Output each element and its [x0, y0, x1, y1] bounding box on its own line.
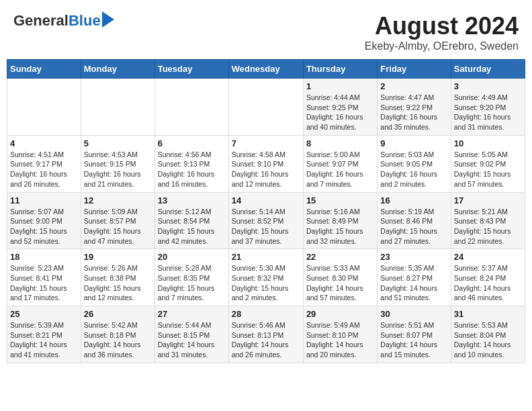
calendar-cell: 1Sunrise: 4:44 AM Sunset: 9:25 PM Daylig… [303, 79, 377, 136]
calendar-cell: 2Sunrise: 4:47 AM Sunset: 9:22 PM Daylig… [378, 79, 451, 136]
day-info: Sunrise: 5:28 AM Sunset: 8:35 PM Dayligh… [158, 263, 226, 303]
day-info: Sunrise: 4:49 AM Sunset: 9:20 PM Dayligh… [454, 93, 522, 132]
day-number: 6 [158, 138, 226, 148]
day-info: Sunrise: 5:21 AM Sunset: 8:43 PM Dayligh… [454, 207, 522, 246]
day-info: Sunrise: 5:19 AM Sunset: 8:46 PM Dayligh… [380, 207, 447, 246]
day-number: 4 [10, 138, 78, 148]
calendar-cell [81, 79, 154, 136]
weekday-header-saturday: Saturday [451, 60, 525, 79]
day-number: 13 [158, 195, 226, 205]
day-number: 26 [84, 309, 152, 319]
day-info: Sunrise: 5:30 AM Sunset: 8:32 PM Dayligh… [232, 263, 300, 303]
calendar-cell: 10Sunrise: 5:05 AM Sunset: 9:02 PM Dayli… [451, 135, 525, 192]
calendar-cell: 14Sunrise: 5:14 AM Sunset: 8:52 PM Dayli… [228, 192, 303, 249]
day-number: 2 [380, 81, 447, 91]
day-info: Sunrise: 5:14 AM Sunset: 8:52 PM Dayligh… [232, 207, 300, 246]
page-title: August 2024 [365, 12, 519, 40]
day-number: 8 [306, 138, 374, 148]
calendar-cell: 30Sunrise: 5:51 AM Sunset: 8:07 PM Dayli… [378, 306, 451, 363]
weekday-header-sunday: Sunday [7, 60, 81, 79]
logo-arrow-icon [102, 11, 114, 28]
day-info: Sunrise: 5:05 AM Sunset: 9:02 PM Dayligh… [454, 150, 522, 189]
logo: GeneralBlue [13, 12, 114, 30]
calendar-header-row: SundayMondayTuesdayWednesdayThursdayFrid… [7, 60, 525, 79]
day-number: 31 [454, 309, 522, 319]
calendar-cell: 15Sunrise: 5:16 AM Sunset: 8:49 PM Dayli… [303, 192, 377, 249]
calendar-cell: 21Sunrise: 5:30 AM Sunset: 8:32 PM Dayli… [228, 249, 303, 306]
day-number: 3 [454, 81, 522, 91]
calendar-cell: 24Sunrise: 5:37 AM Sunset: 8:24 PM Dayli… [451, 249, 525, 306]
calendar-cell: 19Sunrise: 5:26 AM Sunset: 8:38 PM Dayli… [81, 249, 154, 306]
day-number: 27 [158, 309, 226, 319]
day-info: Sunrise: 5:12 AM Sunset: 8:54 PM Dayligh… [158, 207, 226, 246]
weekday-header-thursday: Thursday [303, 60, 377, 79]
day-number: 22 [306, 252, 374, 262]
calendar-cell: 20Sunrise: 5:28 AM Sunset: 8:35 PM Dayli… [154, 249, 228, 306]
day-number: 12 [84, 195, 152, 205]
day-info: Sunrise: 5:16 AM Sunset: 8:49 PM Dayligh… [306, 207, 374, 246]
day-number: 1 [306, 81, 374, 91]
day-info: Sunrise: 4:47 AM Sunset: 9:22 PM Dayligh… [380, 93, 447, 132]
day-number: 14 [232, 195, 300, 205]
calendar-cell: 29Sunrise: 5:49 AM Sunset: 8:10 PM Dayli… [303, 306, 377, 363]
day-number: 23 [380, 252, 447, 262]
day-number: 24 [454, 252, 522, 262]
calendar-week-row: 4Sunrise: 4:51 AM Sunset: 9:17 PM Daylig… [7, 135, 525, 192]
day-number: 18 [10, 252, 78, 262]
day-number: 11 [10, 195, 78, 205]
title-block: August 2024 Ekeby-Almby, OErebro, Sweden [365, 12, 519, 52]
day-number: 7 [232, 138, 300, 148]
day-info: Sunrise: 5:51 AM Sunset: 8:07 PM Dayligh… [380, 320, 447, 360]
day-info: Sunrise: 5:46 AM Sunset: 8:13 PM Dayligh… [232, 320, 300, 360]
day-info: Sunrise: 5:42 AM Sunset: 8:18 PM Dayligh… [84, 320, 152, 360]
calendar-cell: 11Sunrise: 5:07 AM Sunset: 9:00 PM Dayli… [7, 192, 81, 249]
calendar-cell: 13Sunrise: 5:12 AM Sunset: 8:54 PM Dayli… [154, 192, 228, 249]
calendar-cell: 22Sunrise: 5:33 AM Sunset: 8:30 PM Dayli… [303, 249, 377, 306]
calendar-cell: 7Sunrise: 4:58 AM Sunset: 9:10 PM Daylig… [228, 135, 303, 192]
day-number: 15 [306, 195, 374, 205]
day-number: 9 [380, 138, 447, 148]
day-number: 28 [232, 309, 300, 319]
weekday-header-friday: Friday [378, 60, 451, 79]
weekday-header-monday: Monday [81, 60, 154, 79]
day-info: Sunrise: 5:03 AM Sunset: 9:05 PM Dayligh… [380, 150, 447, 189]
calendar-week-row: 1Sunrise: 4:44 AM Sunset: 9:25 PM Daylig… [7, 79, 525, 136]
day-info: Sunrise: 5:07 AM Sunset: 9:00 PM Dayligh… [10, 207, 78, 246]
day-number: 10 [454, 138, 522, 148]
day-number: 17 [454, 195, 522, 205]
calendar-week-row: 18Sunrise: 5:23 AM Sunset: 8:41 PM Dayli… [7, 249, 525, 306]
day-info: Sunrise: 4:51 AM Sunset: 9:17 PM Dayligh… [10, 150, 78, 189]
day-info: Sunrise: 5:37 AM Sunset: 8:24 PM Dayligh… [454, 263, 522, 303]
day-info: Sunrise: 5:35 AM Sunset: 8:27 PM Dayligh… [380, 263, 447, 303]
day-info: Sunrise: 4:53 AM Sunset: 9:15 PM Dayligh… [84, 150, 152, 189]
calendar-cell: 12Sunrise: 5:09 AM Sunset: 8:57 PM Dayli… [81, 192, 154, 249]
day-info: Sunrise: 5:00 AM Sunset: 9:07 PM Dayligh… [306, 150, 374, 189]
calendar-week-row: 25Sunrise: 5:39 AM Sunset: 8:21 PM Dayli… [7, 306, 525, 363]
day-info: Sunrise: 5:53 AM Sunset: 8:04 PM Dayligh… [454, 320, 522, 360]
day-number: 21 [232, 252, 300, 262]
day-number: 5 [84, 138, 152, 148]
logo-text: GeneralBlue [13, 12, 101, 30]
calendar-cell: 4Sunrise: 4:51 AM Sunset: 9:17 PM Daylig… [7, 135, 81, 192]
day-info: Sunrise: 5:33 AM Sunset: 8:30 PM Dayligh… [306, 263, 374, 303]
day-number: 25 [10, 309, 78, 319]
calendar-week-row: 11Sunrise: 5:07 AM Sunset: 9:00 PM Dayli… [7, 192, 525, 249]
calendar-cell: 8Sunrise: 5:00 AM Sunset: 9:07 PM Daylig… [303, 135, 377, 192]
day-info: Sunrise: 5:26 AM Sunset: 8:38 PM Dayligh… [84, 263, 152, 303]
calendar-cell [7, 79, 81, 136]
day-number: 20 [158, 252, 226, 262]
day-info: Sunrise: 4:44 AM Sunset: 9:25 PM Dayligh… [306, 93, 374, 132]
day-info: Sunrise: 5:44 AM Sunset: 8:15 PM Dayligh… [158, 320, 226, 360]
page-header: GeneralBlue August 2024 Ekeby-Almby, OEr… [7, 7, 525, 55]
day-info: Sunrise: 5:09 AM Sunset: 8:57 PM Dayligh… [84, 207, 152, 246]
calendar-table: SundayMondayTuesdayWednesdayThursdayFrid… [7, 59, 525, 363]
calendar-cell: 3Sunrise: 4:49 AM Sunset: 9:20 PM Daylig… [451, 79, 525, 136]
calendar-cell: 16Sunrise: 5:19 AM Sunset: 8:46 PM Dayli… [378, 192, 451, 249]
day-info: Sunrise: 5:49 AM Sunset: 8:10 PM Dayligh… [306, 320, 374, 360]
day-info: Sunrise: 5:23 AM Sunset: 8:41 PM Dayligh… [10, 263, 78, 303]
calendar-cell: 6Sunrise: 4:56 AM Sunset: 9:13 PM Daylig… [154, 135, 228, 192]
day-number: 19 [84, 252, 152, 262]
day-info: Sunrise: 4:56 AM Sunset: 9:13 PM Dayligh… [158, 150, 226, 189]
day-info: Sunrise: 4:58 AM Sunset: 9:10 PM Dayligh… [232, 150, 300, 189]
day-number: 16 [380, 195, 447, 205]
